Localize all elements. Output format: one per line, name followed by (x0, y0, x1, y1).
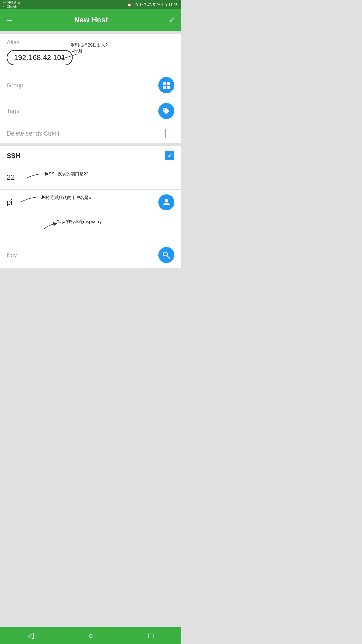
svg-rect-5 (167, 86, 170, 89)
status-right: ⏰ HD 👁 ²⁶ ₄G 51% 中午11:08 (127, 2, 178, 7)
person-icon (162, 198, 171, 207)
delete-ctrl-h-label: Delete sends Ctrl-H (7, 130, 59, 137)
svg-rect-4 (163, 86, 166, 89)
group-label: Group (7, 82, 23, 89)
svg-text:默认的密码是raspberry: 默认的密码是raspberry (57, 219, 102, 224)
port-row: 22 SSH默认的端口是22 (0, 165, 181, 190)
group-button[interactable] (158, 77, 174, 93)
svg-text:IP地址: IP地址 (70, 49, 83, 54)
alias-row: Alias 192.168.42.101 刚刚扫描器扫出来的 IP地址 (0, 34, 181, 72)
svg-rect-3 (167, 82, 170, 85)
ssh-row: SSH (0, 146, 181, 165)
back-button[interactable]: ← (5, 15, 14, 25)
ssh-label: SSH (7, 152, 20, 160)
username-annotation-svg: 树莓派默认的用户名是pi (20, 192, 121, 211)
tags-label: Tags (7, 108, 19, 115)
svg-point-11 (163, 252, 167, 256)
key-row: Key (0, 242, 181, 268)
key-button[interactable] (158, 247, 174, 263)
svg-point-6 (164, 109, 165, 110)
delete-ctrl-h-row: Delete sends Ctrl-H (0, 124, 181, 143)
password-row: · · · · · · · · · · 默认的密码是raspberry (0, 215, 181, 242)
username-value[interactable]: pi (7, 198, 12, 207)
confirm-button[interactable]: ✓ (168, 15, 176, 25)
status-left: 中国联通 ψ 中国移动 (3, 0, 20, 9)
svg-text:SSH默认的端口是22: SSH默认的端口是22 (49, 171, 88, 176)
username-row: pi 树莓派默认的用户名是pi (0, 190, 181, 215)
ssh-checkbox[interactable] (165, 151, 174, 160)
svg-text:树莓派默认的用户名是pi: 树莓派默认的用户名是pi (45, 195, 92, 200)
status-bar: 中国联通 ψ 中国移动 ⏰ HD 👁 ²⁶ ₄G 51% 中午11:08 (0, 0, 181, 9)
ip-address-value[interactable]: 192.168.42.101 (7, 50, 73, 65)
tags-button[interactable] (158, 103, 174, 119)
password-value[interactable]: · · · · · · · · · · (7, 220, 63, 225)
alias-label: Alias (7, 39, 174, 46)
svg-point-9 (165, 199, 168, 202)
tag-icon (162, 107, 171, 115)
app-bar: ← New Host ✓ (0, 9, 181, 31)
delete-ctrl-h-checkbox[interactable] (165, 129, 174, 138)
tags-row: Tags (0, 98, 181, 124)
key-label: Key (7, 252, 17, 259)
ssh-card: SSH 22 SSH默认的端口是22 pi 树莓派默认的用户名是pi (0, 146, 181, 268)
group-icon (162, 81, 171, 90)
svg-rect-2 (163, 82, 166, 85)
host-info-card: Alias 192.168.42.101 刚刚扫描器扫出来的 IP地址 Grou… (0, 34, 181, 143)
key-icon (162, 251, 171, 259)
ip-annotation-area: 192.168.42.101 刚刚扫描器扫出来的 IP地址 (7, 47, 174, 69)
group-row: Group (0, 72, 181, 98)
port-value[interactable]: 22 (7, 173, 15, 182)
person-button[interactable] (158, 194, 174, 210)
port-annotation-svg: SSH默认的端口是22 (27, 168, 114, 186)
page-title: New Host (74, 16, 108, 24)
